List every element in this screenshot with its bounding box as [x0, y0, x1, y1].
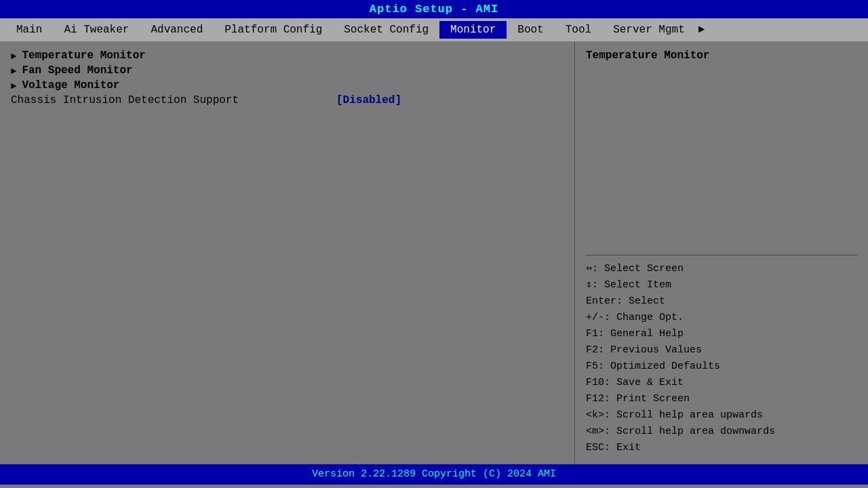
nav-item-advanced[interactable]: Advanced — [140, 21, 214, 39]
menu-item-expand-icon: ► — [11, 81, 16, 92]
setting-item[interactable]: Chassis Intrusion Detection Support[Disa… — [11, 94, 564, 106]
nav-bar: MainAi TweakerAdvancedPlatform ConfigSoc… — [0, 18, 868, 41]
key-legend-line: F5: Optimized Defaults — [586, 359, 857, 375]
main-content: ►Temperature Monitor►Fan Speed Monitor►V… — [0, 41, 868, 464]
footer-text: Version 2.22.1289 Copyright (C) 2024 AMI — [312, 468, 556, 480]
nav-overflow-arrow: ► — [696, 21, 708, 39]
key-legend-line: F10: Save & Exit — [586, 375, 857, 391]
key-legend-line: ⇔: Select Screen — [586, 261, 857, 277]
setting-value: [Disabled] — [336, 94, 401, 106]
footer: Version 2.22.1289 Copyright (C) 2024 AMI — [0, 464, 868, 485]
menu-item[interactable]: ►Fan Speed Monitor — [11, 64, 564, 77]
menu-item-label: Fan Speed Monitor — [22, 64, 132, 77]
nav-item-platform-config[interactable]: Platform Config — [214, 21, 333, 39]
help-title: Temperature Monitor — [586, 49, 857, 62]
title-bar: Aptio Setup - AMI — [0, 0, 868, 18]
right-panel: Temperature Monitor ⇔: Select Screen⇕: S… — [575, 41, 868, 464]
nav-item-ai-tweaker[interactable]: Ai Tweaker — [53, 21, 140, 39]
menu-item-label: Voltage Monitor — [22, 79, 119, 92]
left-panel: ►Temperature Monitor►Fan Speed Monitor►V… — [0, 41, 575, 464]
nav-item-tool[interactable]: Tool — [555, 21, 602, 39]
menu-item[interactable]: ►Temperature Monitor — [11, 49, 564, 62]
key-legend-line: ESC: Exit — [586, 440, 857, 456]
key-legend-line: Enter: Select — [586, 293, 857, 310]
nav-item-socket-config[interactable]: Socket Config — [333, 21, 439, 39]
key-legend-line: <k>: Scroll help area upwards — [586, 407, 857, 424]
menu-item-expand-icon: ► — [11, 66, 16, 77]
nav-item-boot[interactable]: Boot — [507, 21, 554, 39]
key-legend-line: ⇕: Select Item — [586, 277, 857, 293]
title-text: Aptio Setup - AMI — [370, 3, 498, 16]
key-legend-line: F2: Previous Values — [586, 342, 857, 359]
key-legend-line: F12: Print Screen — [586, 391, 857, 407]
key-legend-line: +/-: Change Opt. — [586, 310, 857, 326]
menu-item[interactable]: ►Voltage Monitor — [11, 79, 564, 92]
key-legend-line: F1: General Help — [586, 326, 857, 342]
nav-item-main[interactable]: Main — [5, 21, 53, 39]
help-description — [586, 67, 857, 249]
menu-item-expand-icon: ► — [11, 51, 16, 62]
nav-item-monitor[interactable]: Monitor — [439, 21, 507, 39]
nav-item-server-mgmt[interactable]: Server Mgmt — [602, 21, 696, 39]
key-legend-line: <m>: Scroll help area downwards — [586, 424, 857, 440]
menu-item-label: Temperature Monitor — [22, 49, 145, 62]
help-divider — [586, 255, 857, 256]
setting-label: Chassis Intrusion Detection Support — [11, 94, 336, 106]
key-legend: ⇔: Select Screen⇕: Select ItemEnter: Sel… — [586, 261, 857, 456]
